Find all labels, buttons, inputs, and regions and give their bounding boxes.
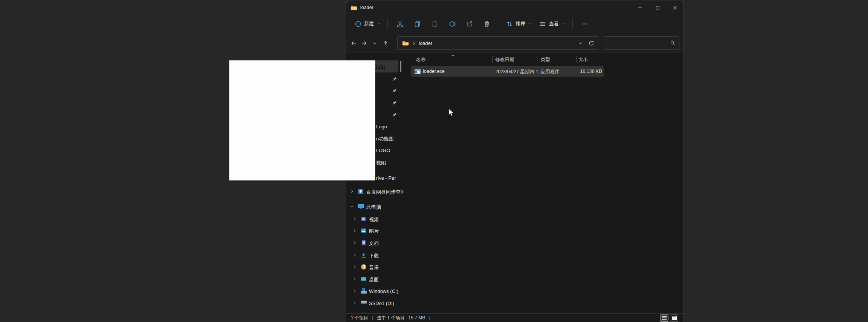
mouse-cursor	[447, 108, 456, 117]
sidebar-item[interactable]: 图片	[346, 225, 404, 236]
sidebar-item[interactable]: 百度网盘同步空间	[346, 186, 404, 197]
sort-button[interactable]: 排序	[502, 17, 536, 31]
file-row[interactable]: loader.exe2023/04/27 星期四 1...应用程序16,138 …	[411, 66, 604, 77]
sidebar-item[interactable]: 视频	[346, 214, 404, 224]
sidebar-item[interactable]: Windows (C:)	[346, 286, 404, 296]
selected-count: 选中 1 个项目	[377, 315, 404, 321]
sidebar-item-label: SSDo1 (D:)	[369, 300, 394, 306]
more-button[interactable]	[576, 17, 593, 31]
pin-icon	[392, 76, 398, 82]
sidebar-item[interactable]: 下载	[346, 250, 404, 260]
sidebar-item-label: Windows (C:)	[369, 288, 398, 294]
explorer-window: loader 新建	[346, 1, 684, 322]
sidebar-item[interactable]: SSDo1 (D:)	[346, 298, 404, 308]
sidebar-item-label: 文档	[369, 240, 379, 247]
sidebar-item-label: 此电脑	[366, 204, 381, 211]
sidebar-item-label: rive - Per	[376, 175, 396, 181]
copy-icon	[414, 20, 421, 28]
share-button[interactable]	[461, 17, 478, 31]
chevron-right-icon[interactable]	[353, 301, 356, 305]
view-button[interactable]: 查看	[536, 17, 569, 31]
documents-icon	[361, 240, 367, 246]
paste-button[interactable]	[426, 17, 443, 31]
file-name: loader.exe	[423, 69, 445, 74]
refresh-button[interactable]	[588, 40, 594, 46]
window-title: loader	[360, 5, 373, 10]
plus-circle-icon	[355, 21, 361, 27]
chevron-right-icon[interactable]	[353, 241, 356, 245]
thumbnail-view-toggle[interactable]	[670, 314, 678, 322]
new-button[interactable]: 新建	[352, 17, 384, 31]
up-button[interactable]	[380, 38, 390, 48]
arrow-up-icon	[382, 40, 389, 46]
column-header[interactable]: 修改日期	[495, 57, 514, 63]
drive-icon	[361, 300, 367, 307]
new-label: 新建	[364, 20, 374, 27]
videos-icon	[361, 216, 367, 222]
details-view-icon	[662, 316, 667, 320]
chevron-right-icon[interactable]	[353, 229, 356, 233]
arrow-left-icon	[350, 40, 357, 46]
pictures-icon	[361, 228, 367, 234]
sidebar-item[interactable]: File (F:)	[346, 310, 404, 313]
sidebar-item[interactable]: 桌面	[346, 274, 404, 284]
search-box[interactable]	[604, 36, 679, 50]
chevron-down-icon	[377, 22, 381, 26]
cut-button[interactable]	[391, 17, 409, 31]
sort-ascending-icon	[451, 54, 455, 57]
chevron-right-icon[interactable]	[353, 265, 356, 269]
sidebar-item-label: 图片	[369, 228, 379, 235]
folder-icon	[350, 5, 357, 11]
minimize-button[interactable]	[631, 1, 649, 14]
details-view-toggle[interactable]	[660, 314, 668, 322]
column-header[interactable]: 名称	[416, 57, 426, 63]
recent-locations-button[interactable]	[369, 38, 380, 48]
chevron-down-icon	[373, 41, 377, 45]
toolbar-divider	[572, 19, 573, 28]
close-icon	[673, 6, 677, 10]
breadcrumb-bar[interactable]: loader	[397, 36, 599, 50]
close-button[interactable]	[666, 1, 684, 14]
sort-icon	[506, 20, 513, 28]
column-header[interactable]: 大小	[578, 57, 588, 63]
downloads-icon	[361, 252, 367, 259]
sidebar-item[interactable]: 文档	[346, 237, 404, 248]
paste-icon	[431, 20, 438, 28]
chevron-right-icon[interactable]	[353, 277, 356, 281]
view-label: 查看	[549, 20, 559, 27]
sidebar-item-label: LOGO	[376, 148, 390, 153]
sidebar-item-label: 下载	[369, 253, 379, 259]
sidebar-item[interactable]: 此电脑	[346, 201, 404, 212]
view-list-icon	[539, 20, 546, 28]
titlebar[interactable]: loader	[346, 1, 684, 14]
scrollbar-thumb[interactable]	[400, 61, 401, 72]
file-size: 16,138 KB	[555, 69, 602, 74]
minimize-icon	[638, 8, 642, 8]
chevron-right-icon[interactable]	[353, 289, 356, 293]
chevron-right-icon	[412, 41, 416, 45]
column-separator[interactable]	[492, 56, 493, 63]
back-button[interactable]	[348, 38, 359, 48]
chevron-right-icon[interactable]	[353, 253, 356, 257]
rename-button[interactable]	[443, 17, 461, 31]
sidebar-item[interactable]: 音乐	[346, 262, 404, 272]
maximize-button[interactable]	[649, 1, 666, 14]
sort-label: 排序	[516, 20, 525, 27]
address-dropdown-button[interactable]	[578, 41, 582, 45]
search-input[interactable]	[608, 40, 670, 46]
chevron-right-icon[interactable]	[350, 190, 354, 193]
trash-icon	[483, 20, 490, 28]
column-separator[interactable]	[576, 56, 577, 63]
delete-button[interactable]	[478, 17, 495, 31]
chevron-down-icon[interactable]	[350, 205, 354, 208]
item-count: 1 个项目	[351, 315, 368, 321]
column-separator[interactable]	[602, 56, 602, 63]
breadcrumb-segment[interactable]: loader	[419, 40, 432, 46]
column-header[interactable]: 类型	[541, 57, 550, 63]
sidebar-item-label: Logo	[376, 124, 387, 129]
forward-button[interactable]	[359, 38, 369, 48]
column-separator[interactable]	[538, 56, 538, 63]
sidebar-item-label: 桌面	[369, 276, 379, 283]
copy-button[interactable]	[409, 17, 426, 31]
chevron-right-icon[interactable]	[353, 217, 356, 221]
